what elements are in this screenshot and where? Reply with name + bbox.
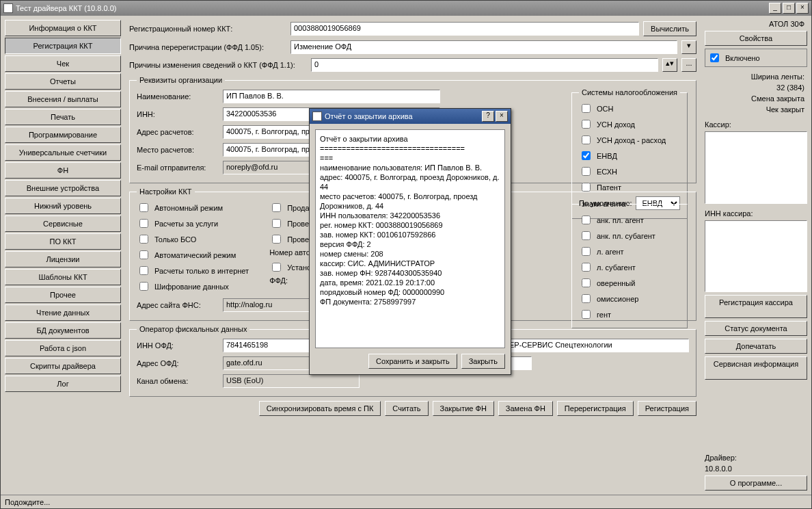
fns-addr-label: Адрес сайта ФНС:	[137, 301, 219, 309]
rereg-reason-select[interactable]: Изменение ОФД	[290, 40, 677, 54]
change-reasons-input[interactable]: 0	[311, 58, 658, 72]
reg-num-input[interactable]: 0003880019056869	[290, 22, 639, 36]
nav-сервисные[interactable]: Сервисные	[5, 216, 121, 232]
nav-бд-документов[interactable]: БД документов	[5, 322, 121, 339]
agent-lbl-0: анк. пл. агент	[597, 216, 644, 224]
cashier-inn-input[interactable]	[705, 220, 807, 293]
settings-left-chk-3[interactable]	[139, 250, 148, 259]
properties-button[interactable]: Свойства	[705, 31, 807, 46]
driver-label: Драйвер:	[705, 454, 807, 462]
org-email-label: E-mail отправителя:	[137, 164, 219, 172]
ofd-name-input[interactable]: ПЕТЕР-СЕРВИС Спецтехнологии	[491, 339, 689, 352]
settings-left-lbl-4: Расчеты только в интернет	[154, 267, 249, 275]
settings-left-chk-1[interactable]	[139, 219, 148, 228]
agent-chk-3[interactable]	[582, 263, 591, 272]
dialog-close-button[interactable]: ×	[496, 111, 508, 122]
nav-прочее[interactable]: Прочее	[5, 287, 121, 303]
agent-chk-2[interactable]	[582, 247, 591, 256]
agent-chk-5[interactable]	[582, 294, 591, 303]
reasons-spinner-icon[interactable]: ▴▾	[662, 58, 677, 72]
nav-шаблоны-ккт[interactable]: Шаблоны ККТ	[5, 269, 121, 285]
nav-фн[interactable]: ФН	[5, 162, 121, 179]
tape-width-value: 32 (384)	[705, 83, 807, 92]
org-name-label: Наименование:	[137, 92, 219, 101]
nav-программирование[interactable]: Программирование	[5, 127, 121, 143]
tax-chk-2[interactable]	[582, 135, 591, 144]
reprint-button[interactable]: Допечатать	[705, 339, 807, 354]
org-inn-label: ИНН:	[137, 110, 219, 118]
reasons-more-button[interactable]: ...	[681, 58, 696, 72]
ofd-inn-label: ИНН ОФД:	[137, 341, 219, 350]
agent-chk-4[interactable]	[582, 278, 591, 287]
nav-по-ккт[interactable]: ПО ККТ	[5, 233, 121, 250]
archive-close-dialog: Отчёт о закрытии архива ? × Отчёт о закр…	[309, 108, 511, 375]
agent-chk-6[interactable]	[582, 310, 591, 319]
nav-отчеты[interactable]: Отчеты	[5, 73, 121, 90]
tax-chk-0[interactable]	[582, 104, 591, 113]
bottom-btn-0[interactable]: Синхронизировать время с ПК	[259, 401, 381, 416]
reg-cashier-button[interactable]: Регистрация кассира	[705, 295, 807, 318]
maximize-button[interactable]: □	[783, 3, 795, 14]
bottom-btn-3[interactable]: Замена ФН	[498, 401, 553, 416]
report-textarea[interactable]: Отчёт о закрытии архива ================…	[315, 129, 505, 348]
calc-button[interactable]: Вычислить	[643, 21, 696, 36]
settings-left-chk-0[interactable]	[139, 203, 148, 212]
settings-left-chk-2[interactable]	[139, 235, 148, 244]
agent-chk-1[interactable]	[582, 231, 591, 240]
nav-лог[interactable]: Лог	[5, 376, 121, 392]
main-titlebar[interactable]: Тест драйвера ККТ (10.8.0.0) _ □ ×	[1, 1, 811, 16]
bottom-btn-4[interactable]: Перерегистрация	[557, 401, 634, 416]
about-button[interactable]: О программе...	[705, 475, 807, 491]
bottom-btn-5[interactable]: Регистрация	[638, 401, 696, 416]
save-and-close-button[interactable]: Сохранить и закрыть	[368, 354, 457, 369]
nav-чтение-данных[interactable]: Чтение данных	[5, 304, 121, 321]
tax-chk-3[interactable]	[582, 151, 591, 160]
tax-chk-1[interactable]	[582, 120, 591, 129]
nav-чек[interactable]: Чек	[5, 55, 121, 72]
tax-lbl-2: УСН доход - расход	[597, 136, 666, 144]
nav-скрипты-драйвера[interactable]: Скрипты драйвера	[5, 358, 121, 374]
agent-chk-0[interactable]	[582, 216, 591, 224]
cashier-label: Кассир:	[705, 120, 807, 129]
nav-внешние-устройства[interactable]: Внешние устройства	[5, 180, 121, 196]
dialog-title: Отчёт о закрытии архива	[325, 112, 413, 120]
agent-lbl-2: л. агент	[597, 248, 624, 256]
bottom-btn-1[interactable]: Считать	[385, 401, 428, 416]
nav-внесения-выплаты[interactable]: Внесения / выплаты	[5, 91, 121, 107]
nav-нижний-уровень[interactable]: Нижний уровень	[5, 198, 121, 214]
settings-left-chk-5[interactable]	[139, 282, 148, 291]
doc-status-button[interactable]: Статус документа	[705, 321, 807, 336]
settings-right-chk-2[interactable]	[272, 235, 281, 244]
dialog-cancel-button[interactable]: Закрыть	[461, 354, 505, 369]
nav-универсальные-счетчики[interactable]: Универсальные счетчики	[5, 144, 121, 161]
enabled-label: Включено	[725, 54, 760, 62]
settings-right-chk-1[interactable]	[272, 219, 281, 228]
nav-печать[interactable]: Печать	[5, 109, 121, 125]
rereg-dropdown-icon[interactable]: ▾	[681, 40, 696, 54]
ofd-chan-input[interactable]: USB (EoU)	[223, 374, 360, 388]
tax-lbl-3: ЕНВД	[597, 152, 617, 160]
enabled-checkbox[interactable]	[710, 53, 719, 62]
nav-работа-с-json[interactable]: Работа с json	[5, 340, 121, 356]
install-chk[interactable]	[272, 263, 281, 272]
close-button[interactable]: ×	[796, 3, 809, 14]
check-status: Чек закрыт	[705, 105, 807, 114]
nav-информация-о-ккт[interactable]: Информация о ККТ	[5, 20, 121, 36]
tax-lbl-4: ЕСХН	[597, 168, 617, 176]
settings-right-chk-0[interactable]	[272, 203, 281, 212]
nav-регистрация-ккт[interactable]: Регистрация ККТ	[5, 38, 121, 54]
agent-lbl-6: гент	[597, 311, 611, 319]
settings-left-chk-4[interactable]	[139, 266, 148, 275]
minimize-button[interactable]: _	[769, 3, 781, 14]
bottom-btn-2[interactable]: Закрытие ФН	[433, 401, 494, 416]
ofd-legend: Оператор фискальных данных	[137, 325, 249, 333]
service-info-button[interactable]: Сервисная информация	[705, 356, 807, 380]
dialog-help-button[interactable]: ?	[482, 111, 494, 122]
org-name-input[interactable]: ИП Павлов В. В.	[223, 90, 440, 103]
dialog-icon	[312, 112, 322, 121]
dialog-titlebar[interactable]: Отчёт о закрытии архива ? ×	[310, 109, 511, 124]
tax-legend: Системы налогообложения	[579, 88, 680, 96]
cashier-input[interactable]	[705, 131, 807, 204]
nav-лицензии[interactable]: Лицензии	[5, 251, 121, 267]
tax-chk-4[interactable]	[582, 167, 591, 176]
